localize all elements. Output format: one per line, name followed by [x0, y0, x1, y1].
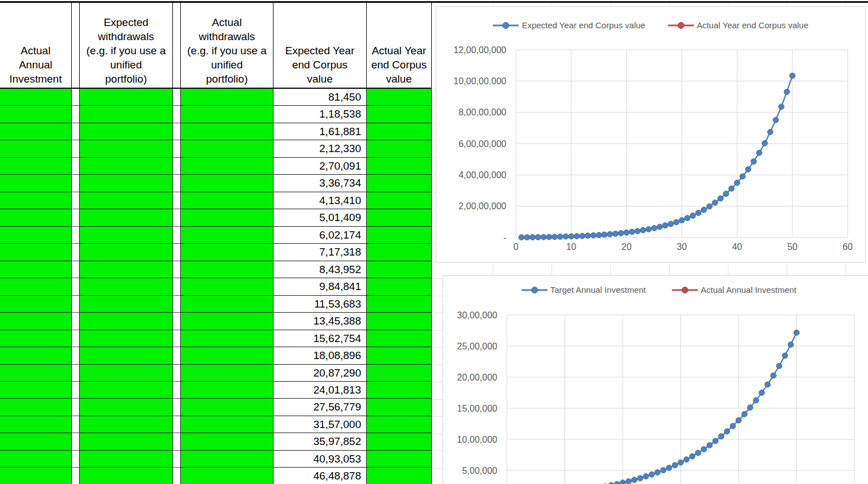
cell-separator[interactable] [72, 158, 80, 175]
cell-expected-withdrawals[interactable] [80, 209, 173, 226]
cell-actual-corpus-value[interactable] [367, 365, 432, 382]
cell-actual-annual-investment[interactable] [0, 330, 72, 347]
cell-actual-withdrawals[interactable] [181, 278, 274, 295]
cell-separator[interactable] [72, 347, 80, 364]
cell-separator[interactable] [72, 399, 80, 416]
cell-actual-withdrawals[interactable] [181, 158, 274, 175]
cell-actual-corpus-value[interactable] [367, 244, 432, 261]
cell-actual-corpus-value[interactable] [367, 399, 432, 416]
cell-separator[interactable] [173, 451, 181, 468]
cell-separator[interactable] [72, 123, 80, 140]
cell-actual-annual-investment[interactable] [0, 278, 72, 295]
cell-separator[interactable] [173, 140, 181, 157]
cell-actual-withdrawals[interactable] [181, 227, 274, 244]
cell-separator[interactable] [72, 365, 80, 382]
cell-actual-withdrawals[interactable] [181, 175, 274, 192]
cell-actual-annual-investment[interactable] [0, 158, 72, 175]
cell-separator[interactable] [173, 278, 181, 295]
cell-actual-corpus-value[interactable] [367, 192, 432, 209]
cell-expected-withdrawals[interactable] [80, 382, 173, 399]
cell-actual-corpus-value[interactable] [367, 158, 432, 175]
cell-separator[interactable] [173, 123, 181, 140]
cell-actual-withdrawals[interactable] [181, 140, 274, 157]
cell-expected-withdrawals[interactable] [80, 192, 173, 209]
cell-actual-corpus-value[interactable] [367, 330, 432, 347]
cell-expected-withdrawals[interactable] [80, 227, 173, 244]
cell-actual-annual-investment[interactable] [0, 416, 72, 433]
annual-investment-chart[interactable]: Target Annual Investment Actual Annual I… [442, 275, 868, 484]
cell-actual-annual-investment[interactable] [0, 192, 72, 209]
cell-expected-withdrawals[interactable] [80, 399, 173, 416]
cell-separator[interactable] [173, 433, 181, 450]
cell-separator[interactable] [72, 330, 80, 347]
cell-actual-annual-investment[interactable] [0, 123, 72, 140]
cell-separator[interactable] [173, 330, 181, 347]
header-cell-actual-withdrawals[interactable]: Actual withdrawals (e.g. if you use a un… [181, 3, 274, 88]
cell-actual-withdrawals[interactable] [181, 399, 274, 416]
cell-separator[interactable] [173, 89, 181, 106]
cell-actual-corpus-value[interactable] [367, 416, 432, 433]
cell-separator[interactable] [173, 416, 181, 433]
cell-actual-corpus-value[interactable] [367, 347, 432, 364]
cell-actual-withdrawals[interactable] [181, 347, 274, 364]
cell-actual-withdrawals[interactable] [181, 209, 274, 226]
cell-separator[interactable] [173, 313, 181, 330]
cell-expected-corpus-value[interactable]: 3,36,734 [274, 175, 367, 192]
cell-separator[interactable] [72, 261, 80, 278]
cell-separator[interactable] [173, 382, 181, 399]
cell-separator[interactable] [72, 192, 80, 209]
cell-actual-corpus-value[interactable] [367, 433, 432, 450]
cell-expected-corpus-value[interactable]: 7,17,318 [274, 244, 367, 261]
cell-expected-withdrawals[interactable] [80, 468, 173, 484]
cell-expected-withdrawals[interactable] [80, 433, 173, 450]
cell-actual-annual-investment[interactable] [0, 468, 72, 484]
cell-separator[interactable] [173, 244, 181, 261]
cell-separator[interactable] [72, 296, 80, 313]
cell-actual-annual-investment[interactable] [0, 399, 72, 416]
cell-actual-corpus-value[interactable] [367, 227, 432, 244]
cell-actual-annual-investment[interactable] [0, 227, 72, 244]
cell-actual-annual-investment[interactable] [0, 433, 72, 450]
cell-actual-corpus-value[interactable] [367, 382, 432, 399]
cell-expected-withdrawals[interactable] [80, 296, 173, 313]
cell-expected-withdrawals[interactable] [80, 244, 173, 261]
cell-expected-corpus-value[interactable]: 6,02,174 [274, 227, 367, 244]
cell-actual-corpus-value[interactable] [367, 175, 432, 192]
cell-actual-annual-investment[interactable] [0, 313, 72, 330]
cell-separator[interactable] [173, 347, 181, 364]
cell-expected-corpus-value[interactable]: 31,57,000 [274, 416, 367, 433]
cell-expected-corpus-value[interactable]: 9,84,841 [274, 278, 367, 295]
cell-expected-corpus-value[interactable]: 18,08,896 [274, 347, 367, 364]
cell-separator[interactable] [72, 227, 80, 244]
cell-actual-corpus-value[interactable] [367, 261, 432, 278]
cell-expected-withdrawals[interactable] [80, 106, 173, 123]
cell-separator[interactable] [72, 313, 80, 330]
cell-expected-withdrawals[interactable] [80, 175, 173, 192]
cell-separator[interactable] [173, 106, 181, 123]
cell-actual-corpus-value[interactable] [367, 89, 432, 106]
cell-actual-corpus-value[interactable] [367, 313, 432, 330]
cell-actual-annual-investment[interactable] [0, 89, 72, 106]
cell-actual-corpus-value[interactable] [367, 278, 432, 295]
cell-separator[interactable] [173, 192, 181, 209]
cell-separator[interactable] [72, 209, 80, 226]
cell-expected-corpus-value[interactable]: 2,70,091 [274, 158, 367, 175]
cell-actual-withdrawals[interactable] [181, 416, 274, 433]
cell-actual-withdrawals[interactable] [181, 261, 274, 278]
cell-expected-withdrawals[interactable] [80, 451, 173, 468]
cell-actual-annual-investment[interactable] [0, 140, 72, 157]
cell-separator[interactable] [72, 106, 80, 123]
cell-separator[interactable] [72, 382, 80, 399]
cell-actual-annual-investment[interactable] [0, 382, 72, 399]
cell-actual-corpus-value[interactable] [367, 209, 432, 226]
cell-separator[interactable] [173, 227, 181, 244]
cell-actual-withdrawals[interactable] [181, 365, 274, 382]
cell-expected-withdrawals[interactable] [80, 416, 173, 433]
cell-actual-annual-investment[interactable] [0, 261, 72, 278]
cell-actual-annual-investment[interactable] [0, 451, 72, 468]
cell-expected-withdrawals[interactable] [80, 158, 173, 175]
cell-expected-corpus-value[interactable]: 5,01,409 [274, 209, 367, 226]
cell-actual-withdrawals[interactable] [181, 313, 274, 330]
cell-actual-corpus-value[interactable] [367, 468, 432, 484]
cell-separator[interactable] [173, 365, 181, 382]
